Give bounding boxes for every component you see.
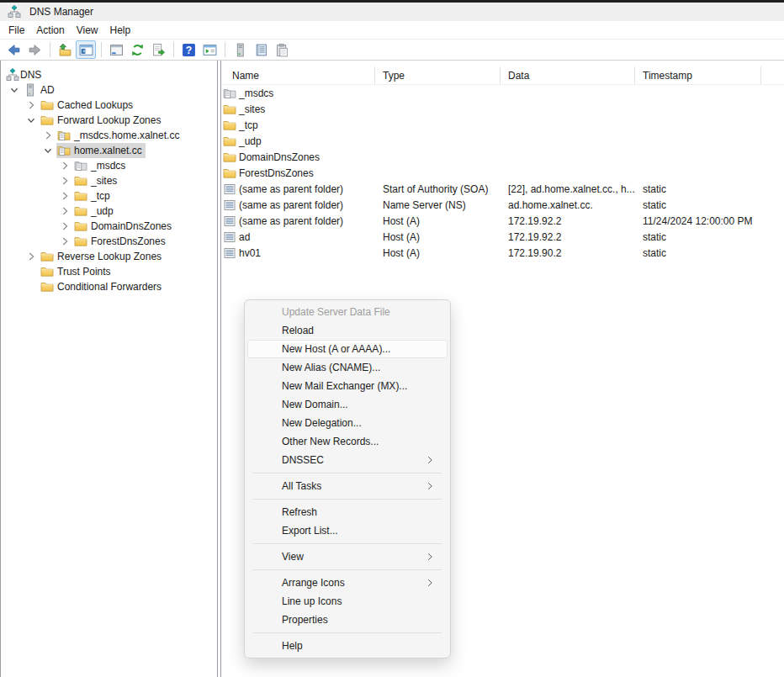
chevron-down-icon[interactable] (40, 144, 56, 157)
tree-item-tcp[interactable]: _tcp (1, 188, 217, 204)
properties-button[interactable] (106, 40, 126, 59)
table-row[interactable]: (same as parent folder) Start of Authori… (221, 181, 784, 197)
chevron-right-icon[interactable] (56, 204, 73, 218)
tree-item-sites[interactable]: _sites (1, 173, 217, 188)
column-header-timestamp[interactable]: Timestamp (635, 66, 761, 84)
menu-item-update-server-data-file: Update Server Data File (247, 303, 448, 321)
refresh-button[interactable] (127, 40, 147, 59)
chevron-right-icon[interactable] (56, 159, 73, 172)
server-icon (233, 43, 247, 57)
column-header-data[interactable]: Data (501, 66, 635, 84)
chevron-right-icon[interactable] (56, 174, 73, 188)
console-window-button[interactable] (199, 40, 220, 59)
menu-item-other-new-records[interactable]: Other New Records... (247, 432, 448, 451)
chevron-right-icon[interactable] (56, 235, 73, 248)
menu-item-new-delegation[interactable]: New Delegation... (247, 414, 448, 432)
notebook-button[interactable] (251, 40, 271, 59)
folder-icon (74, 204, 87, 218)
record-icon (223, 182, 236, 196)
tree-item-udp[interactable]: _udp (1, 204, 217, 219)
clipboard-button[interactable] (272, 40, 292, 59)
menu-item-reload[interactable]: Reload (247, 321, 448, 340)
expander-placeholder (23, 265, 40, 278)
menu-item-line-up-icons[interactable]: Line up Icons (247, 592, 448, 611)
notebook-icon (254, 43, 268, 57)
zone-folder-gray-icon (223, 87, 236, 100)
tree-item-trust-points[interactable]: Trust Points (1, 264, 217, 279)
table-row[interactable]: hv01 Host (A) 172.19.90.2 static (221, 245, 784, 261)
menu-help[interactable]: Help (104, 22, 137, 39)
help-icon (182, 43, 196, 57)
menu-item-refresh[interactable]: Refresh (247, 503, 448, 521)
table-row[interactable]: ForestDnsZones (221, 165, 784, 181)
menu-item-export-list[interactable]: Export List... (247, 521, 448, 540)
folder-icon (74, 219, 87, 233)
chevron-right-icon[interactable] (40, 129, 56, 142)
chevron-down-icon[interactable] (6, 83, 23, 97)
tree-item-conditional-forwarders[interactable]: Conditional Forwarders (1, 279, 217, 294)
menu-item-properties[interactable]: Properties (247, 611, 448, 629)
export-list-icon (151, 43, 166, 57)
tree-item-ad-server[interactable]: AD (1, 82, 217, 98)
menu-view[interactable]: View (71, 22, 104, 39)
toolbar-separator (173, 42, 174, 57)
menu-item-new-domain[interactable]: New Domain... (247, 395, 448, 414)
table-row[interactable]: ad Host (A) 172.19.92.2 static (221, 229, 784, 245)
menu-item-new-host[interactable]: New Host (A or AAAA)... (247, 340, 448, 358)
chevron-right-icon[interactable] (56, 189, 73, 203)
folder-icon (223, 167, 236, 180)
help-button[interactable] (178, 40, 199, 59)
table-row[interactable]: DomainDnsZones (221, 149, 784, 165)
menu-file[interactable]: File (3, 22, 30, 39)
tree-item-msdcs-home-xalnet-cc[interactable]: _msdcs.home.xalnet.cc (1, 128, 217, 143)
chevron-right-icon[interactable] (23, 250, 40, 263)
chevron-right-icon[interactable] (56, 219, 73, 233)
toolbar-separator (50, 42, 50, 57)
menu-item-help[interactable]: Help (247, 637, 448, 655)
menu-item-new-alias[interactable]: New Alias (CNAME)... (247, 358, 448, 377)
menu-item-view[interactable]: View (247, 547, 448, 566)
table-row[interactable]: _msdcs (221, 85, 784, 101)
table-row[interactable]: _sites (221, 101, 784, 117)
tree-item-home-xalnet-cc[interactable]: home.xalnet.cc (1, 143, 217, 158)
table-row[interactable]: (same as parent folder) Host (A) 172.19.… (221, 213, 784, 229)
forward-icon (28, 43, 42, 57)
chevron-down-icon[interactable] (23, 114, 40, 127)
table-row[interactable]: _udp (221, 133, 784, 149)
menu-action[interactable]: Action (30, 22, 70, 39)
tree-item-forestdnszones[interactable]: ForestDnsZones (1, 234, 217, 249)
server-button[interactable] (230, 40, 250, 59)
menu-separator (253, 499, 442, 500)
column-header-type[interactable]: Type (375, 66, 501, 84)
tree-item-cached-lookups[interactable]: Cached Lookups (1, 98, 217, 113)
context-menu: Update Server Data File Reload New Host … (244, 299, 451, 658)
show-console-tree-button[interactable] (76, 40, 96, 59)
column-header-filler (761, 66, 784, 84)
tree-item-domaindnszones[interactable]: DomainDnsZones (1, 219, 217, 234)
table-row[interactable]: _tcp (221, 117, 784, 133)
tree-item-reverse-lookup-zones[interactable]: Reverse Lookup Zones (1, 249, 217, 264)
console-tree-pane: DNS AD Cached Lookups Forward Lookup Zon… (0, 61, 218, 677)
toolbar (0, 40, 784, 61)
up-one-level-button[interactable] (55, 40, 75, 59)
tree-item-dns-root[interactable]: DNS (1, 67, 217, 82)
chevron-right-icon[interactable] (23, 98, 40, 112)
properties-window-icon (109, 43, 124, 57)
back-button[interactable] (3, 40, 24, 59)
column-header-name[interactable]: Name (221, 66, 375, 84)
dns-manager-window: DNS Manager File Action View Help DNS (0, 0, 784, 677)
menu-item-arrange-icons[interactable]: Arrange Icons (247, 574, 448, 592)
folder-icon (40, 265, 54, 278)
list-header: Name Type Data Timestamp (221, 66, 784, 85)
tree-item-msdcs[interactable]: _msdcs (1, 158, 217, 173)
menu-item-new-mail-exchanger[interactable]: New Mail Exchanger (MX)... (247, 377, 448, 395)
record-icon (223, 246, 236, 260)
up-one-level-icon (58, 43, 72, 57)
menu-item-dnssec[interactable]: DNSSEC (247, 451, 448, 469)
folder-icon (223, 151, 236, 164)
forward-button[interactable] (24, 40, 45, 59)
export-list-button[interactable] (148, 40, 168, 59)
table-row[interactable]: (same as parent folder) Name Server (NS)… (221, 197, 784, 213)
tree-item-forward-lookup-zones[interactable]: Forward Lookup Zones (1, 113, 217, 128)
menu-item-all-tasks[interactable]: All Tasks (247, 477, 448, 495)
